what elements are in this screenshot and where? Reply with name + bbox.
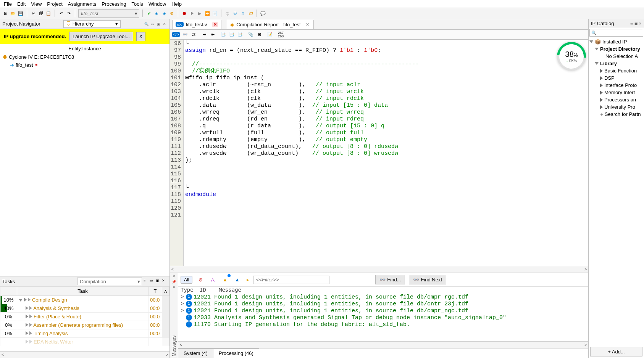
ip-tree-row[interactable]: No Selection A [589,53,643,60]
menu-processing[interactable]: Processing [102,1,126,7]
col-message[interactable]: Message [219,287,241,293]
chevron-icon[interactable] [181,315,184,321]
hierarchy-combo[interactable]: ⛉ Hierarchy [63,20,121,28]
menu-file[interactable]: File [4,1,12,7]
check-icon[interactable]: ✔ [146,10,152,16]
tasks-icon1[interactable]: ≡ [144,279,149,284]
ip-tree-row[interactable]: 📦Installed IP [589,38,643,45]
project-combo[interactable]: fifo_test [78,9,139,18]
tasks-col-task[interactable]: Task [17,287,148,296]
message-row[interactable]: > i 12021 Found 1 design units, includin… [181,308,586,315]
menu-view[interactable]: View [31,1,42,7]
bookmark1-icon[interactable]: 📑 [220,32,226,38]
info-filter-icon[interactable]: ▲ [233,276,241,284]
chevron-right-icon[interactable] [600,76,603,80]
ip-split-icon[interactable]: ▭ [630,22,634,26]
chevron-right-icon[interactable] [600,98,603,102]
chevron-icon[interactable]: > [181,294,184,301]
ip-close-icon[interactable]: ✕ [639,22,642,26]
ip-tree-row[interactable]: Library [589,60,643,67]
chevron-right-icon[interactable] [600,69,603,73]
menu-project[interactable]: Project [47,1,62,7]
code-editor[interactable]: └assign rd_en = (next_read_state == R_FI… [184,40,588,266]
col-type[interactable]: Type [181,287,200,293]
add-ip-button[interactable]: + Add... [590,347,642,356]
chevron-right-icon[interactable] [26,306,28,310]
chevron-icon[interactable] [181,321,184,328]
find-button[interactable]: 👓Find... [375,275,405,284]
play-arrow-icon[interactable]: ▶ [197,10,203,16]
indent-icon[interactable]: ⇥ [201,32,207,38]
search-icon[interactable]: 🔍 [144,21,149,27]
chip-icon[interactable]: ◎ [224,10,231,16]
close-tab-icon[interactable]: ✕ [305,22,310,27]
replace-icon[interactable]: ⇄ [190,32,197,38]
chevron-right-icon[interactable] [600,91,603,95]
messages-tab[interactable]: Processing (46) [213,348,259,358]
critical-filter-icon[interactable]: △ [208,276,217,284]
panel-split-icon[interactable]: ▭ [150,21,155,27]
ip-tree-row[interactable]: Memory Interf [589,89,643,96]
gear-icon[interactable]: ⚙ [169,10,175,16]
tasks-close-icon[interactable]: ✕ [162,279,167,284]
paste-icon[interactable]: 📋 [45,10,52,16]
copy-icon[interactable]: 🗐 [38,10,44,16]
task-row[interactable]: EDA Netlist Writer [0,338,169,346]
play-icon[interactable] [29,331,32,335]
chevron-down-icon[interactable] [589,40,593,43]
dock-pin-icon[interactable]: 📌 [172,280,176,284]
nav-icon[interactable]: ◈ [153,10,160,16]
ip-tree-row[interactable]: Processors an [589,96,643,103]
find-next-button[interactable]: 👓Find Next [409,275,446,284]
tasks-split-icon[interactable]: ▭ [150,279,155,284]
menu-edit[interactable]: Edit [17,1,26,7]
ab-icon[interactable]: 📝 [267,32,273,38]
launch-ip-upgrade-button[interactable]: Launch IP Upgrade Tool... [69,32,133,41]
chevron-right-icon[interactable] [26,315,28,318]
close-banner-button[interactable]: X [136,32,145,41]
cut-icon[interactable]: ✂ [30,10,36,16]
task-row[interactable]: 0% Timing Analysis 00:0 [0,329,169,338]
tag-icon[interactable]: 🏷 [247,10,253,16]
speech-icon[interactable]: 💬 [260,10,266,16]
chevron-icon[interactable]: > [181,308,184,315]
ip-search-input[interactable]: 🔍 [589,29,643,37]
ip-max-icon[interactable]: ▣ [634,22,638,26]
dock-close-icon[interactable]: ✕ [173,275,176,278]
ip-tree-row[interactable]: Basic Function [589,67,643,74]
play-icon[interactable] [28,298,31,302]
chevron-icon[interactable]: > [181,301,184,308]
chevron-down-icon[interactable] [19,299,23,302]
open-icon[interactable]: 📂 [10,10,16,16]
error-filter-icon[interactable]: ⊘ [196,276,205,284]
nav2-icon[interactable]: ◈ [161,10,167,16]
play-icon[interactable] [29,340,32,344]
play-icon[interactable] [29,306,32,310]
filter-all-button[interactable]: All [181,276,192,284]
editor-tab-1[interactable]: ◆Compilation Report - fifo_test✕ [227,20,313,29]
messages-list[interactable]: > i 12021 Found 1 design units, includin… [178,293,588,341]
tasks-col-time[interactable]: T [148,287,162,296]
save-icon[interactable]: 💾 [18,10,24,16]
ip-tree-row[interactable]: University Pro [589,103,643,111]
new-icon[interactable]: 🗎 [2,10,8,16]
menu-help[interactable]: Help [171,1,182,7]
tree-icon[interactable]: ⚇ [232,10,238,16]
messages-tab[interactable]: System (4) [178,348,213,358]
report-icon[interactable]: 📄 [212,10,218,16]
menu-window[interactable]: Window [148,1,166,7]
chevron-right-icon[interactable] [26,340,28,344]
play-icon[interactable] [29,315,32,318]
attach-icon[interactable]: 📎 [248,32,254,38]
tasks-combo[interactable]: Compilation [77,278,142,285]
message-row[interactable]: i 12033 Analysis and Synthesis generated… [181,315,586,321]
panel-max-icon[interactable]: ▣ [156,21,161,27]
outdent-icon[interactable]: ⇤ [210,32,216,38]
stop-icon[interactable]: ⬢ [181,10,187,16]
editor-hscroll[interactable]: <> [170,266,588,273]
messages-filter-input[interactable] [253,276,329,284]
close-tab-icon[interactable]: ✕ [212,22,218,27]
play-icon[interactable] [189,10,195,16]
panel-close-icon[interactable]: ✕ [162,21,167,27]
message-row[interactable]: > i 12021 Found 1 design units, includin… [181,301,586,308]
